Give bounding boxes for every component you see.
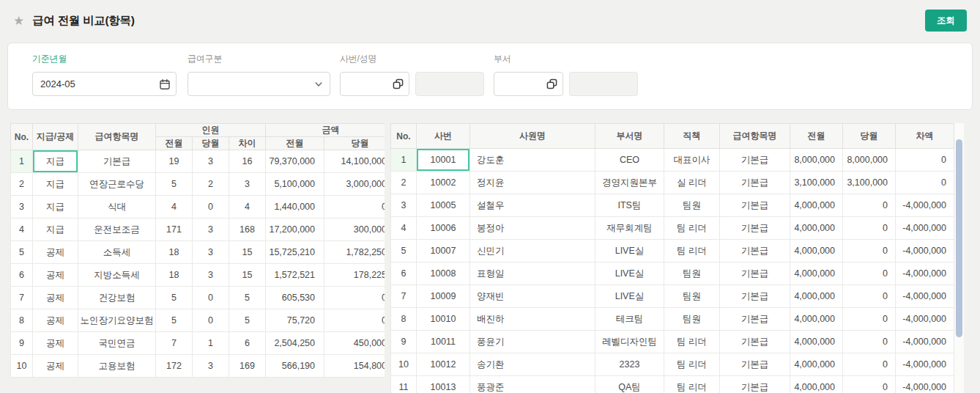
cell[interactable]: 기본급 <box>720 285 790 308</box>
cell[interactable]: 3 <box>193 150 229 173</box>
vertical-scrollbar-track[interactable] <box>954 123 964 393</box>
cell[interactable]: 공제 <box>33 287 78 309</box>
cell[interactable]: 171 <box>156 218 193 241</box>
cell[interactable]: 연장근로수당 <box>78 173 156 196</box>
cell[interactable]: 배진하 <box>470 308 595 331</box>
cell[interactable]: -4,000,000 <box>896 308 954 331</box>
cell[interactable]: CEO <box>595 149 664 172</box>
cell[interactable]: 14,100,000 <box>324 150 385 173</box>
cell[interactable]: 팀 리더 <box>664 240 720 262</box>
cell[interactable]: -4,000,000 <box>896 240 954 262</box>
cell[interactable]: 0 <box>843 308 896 331</box>
cell[interactable]: -4,000,000 <box>896 285 954 308</box>
cell[interactable]: 17,200,000 <box>266 218 324 241</box>
cell[interactable]: 18 <box>156 241 193 264</box>
cell[interactable]: 송기환 <box>470 353 595 376</box>
cell[interactable]: 기본급 <box>720 353 790 376</box>
cell[interactable]: 기본급 <box>720 172 790 194</box>
cell[interactable]: 172 <box>156 355 193 378</box>
cell[interactable]: 팀원 <box>664 262 720 285</box>
cell[interactable]: 4,000,000 <box>790 217 843 240</box>
cell[interactable]: 15,725,210 <box>266 241 324 264</box>
cell[interactable]: 0 <box>324 196 385 218</box>
cell[interactable]: 3,100,000 <box>843 172 896 194</box>
search-popup-icon[interactable] <box>546 78 557 90</box>
cell[interactable]: 605,530 <box>266 287 324 309</box>
cell[interactable]: 10006 <box>417 217 470 240</box>
cell[interactable]: 고용보험 <box>78 355 156 378</box>
cell[interactable]: 팀 리더 <box>664 217 720 240</box>
cell[interactable]: 기본급 <box>720 262 790 285</box>
cell[interactable]: 10007 <box>417 240 470 262</box>
cell[interactable]: 봉정아 <box>470 217 595 240</box>
cell[interactable]: -4,000,000 <box>896 353 954 376</box>
cell[interactable]: 팀원 <box>664 194 720 217</box>
cell[interactable]: 0 <box>843 217 896 240</box>
cell[interactable]: 5,100,000 <box>266 173 324 196</box>
cell[interactable]: 2,504,250 <box>266 332 324 355</box>
cell[interactable]: QA팀 <box>595 376 664 393</box>
cell[interactable]: 1,572,521 <box>266 264 324 287</box>
cell[interactable]: 소득세 <box>78 241 156 264</box>
cell[interactable]: 기본급 <box>720 194 790 217</box>
cell[interactable]: 양재빈 <box>470 285 595 308</box>
cell[interactable]: 3 <box>193 218 229 241</box>
cell[interactable]: 0 <box>843 285 896 308</box>
cell[interactable]: 10010 <box>417 308 470 331</box>
cell[interactable]: 풍광준 <box>470 376 595 393</box>
cell[interactable]: 지급 <box>33 218 78 241</box>
cell[interactable]: 레벨디자인팀 <box>595 331 664 353</box>
cell[interactable]: 설철우 <box>470 194 595 217</box>
cell[interactable]: 풍윤기 <box>470 331 595 353</box>
cell[interactable]: 154,800 <box>324 355 385 378</box>
cell[interactable]: 7 <box>156 332 193 355</box>
query-button[interactable]: 조회 <box>925 10 967 32</box>
cell[interactable]: 10013 <box>417 376 470 393</box>
cell[interactable]: ITS팀 <box>595 194 664 217</box>
cell[interactable]: 15 <box>229 241 266 264</box>
favorite-star-icon[interactable]: ★ <box>13 13 24 29</box>
cell[interactable]: 3 <box>193 264 229 287</box>
cell[interactable]: 4,000,000 <box>790 331 843 353</box>
cell[interactable]: 4,000,000 <box>790 285 843 308</box>
cell[interactable]: 3 <box>193 241 229 264</box>
cell[interactable]: 0 <box>193 287 229 309</box>
cell[interactable]: 정지윤 <box>470 172 595 194</box>
cell[interactable]: 기본급 <box>720 217 790 240</box>
cell[interactable]: 팀 리더 <box>664 353 720 376</box>
cell[interactable]: 5 <box>229 287 266 309</box>
cell[interactable]: 169 <box>229 355 266 378</box>
cell[interactable]: 0 <box>324 309 385 332</box>
cell[interactable]: 300,000 <box>324 218 385 241</box>
vertical-scrollbar-thumb[interactable] <box>956 139 962 337</box>
cell[interactable]: 8,000,000 <box>843 149 896 172</box>
cell[interactable]: 5 <box>156 309 193 332</box>
cell[interactable]: 운전보조금 <box>78 218 156 241</box>
cell[interactable]: 0 <box>843 194 896 217</box>
cell[interactable]: 4,000,000 <box>790 240 843 262</box>
cell[interactable]: 경영지원본부 <box>595 172 664 194</box>
salary-type-select[interactable] <box>188 72 330 96</box>
cell[interactable]: 10012 <box>417 353 470 376</box>
cell[interactable]: 10011 <box>417 331 470 353</box>
cell[interactable]: 168 <box>229 218 266 241</box>
cell[interactable]: 팀 리더 <box>664 331 720 353</box>
cell[interactable]: 0 <box>896 172 954 194</box>
cell[interactable]: 공제 <box>33 332 78 355</box>
cell[interactable]: 기본급 <box>720 331 790 353</box>
cell[interactable]: 3 <box>193 355 229 378</box>
cell[interactable]: 기본급 <box>720 149 790 172</box>
cell[interactable]: 지급 <box>33 173 78 196</box>
cell[interactable]: 재무회계팀 <box>595 217 664 240</box>
cell[interactable]: 노인장기요양보험 <box>78 309 156 332</box>
cell[interactable]: -4,000,000 <box>896 376 954 393</box>
cell[interactable]: 국민연금 <box>78 332 156 355</box>
cell[interactable]: 566,190 <box>266 355 324 378</box>
cell[interactable]: 신민기 <box>470 240 595 262</box>
cell[interactable]: 5 <box>156 173 193 196</box>
cell[interactable]: 0 <box>843 376 896 393</box>
cell[interactable]: 4,000,000 <box>790 376 843 393</box>
cell[interactable]: 팀원 <box>664 308 720 331</box>
cell[interactable]: 1 <box>193 332 229 355</box>
cell[interactable]: 10009 <box>417 285 470 308</box>
